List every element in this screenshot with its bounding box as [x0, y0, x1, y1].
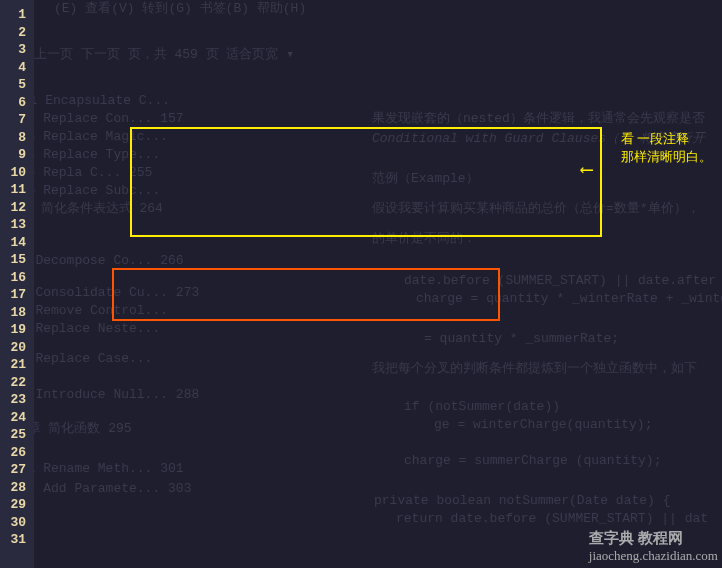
watermark: 查字典 教程网 jiaocheng.chazidian.com [589, 529, 718, 564]
line-number-gutter: 1 2 3 4 5 6 7 8 9 10 11 12 13 14 15 16 1… [0, 0, 34, 568]
code-area[interactable]: (E) 查看(V) 转到(G) 书签(B) 帮助(H) 上一页 下一页 页，共 … [34, 0, 722, 568]
highlight-box-orange [112, 268, 500, 321]
annotation-arrow-icon: ⟵ [581, 158, 592, 180]
code-editor: 1 2 3 4 5 6 7 8 9 10 11 12 13 14 15 16 1… [0, 0, 722, 568]
annotation-text: 看 一段注释 那样清晰明白。 [621, 130, 712, 166]
highlight-box-yellow [130, 127, 602, 237]
